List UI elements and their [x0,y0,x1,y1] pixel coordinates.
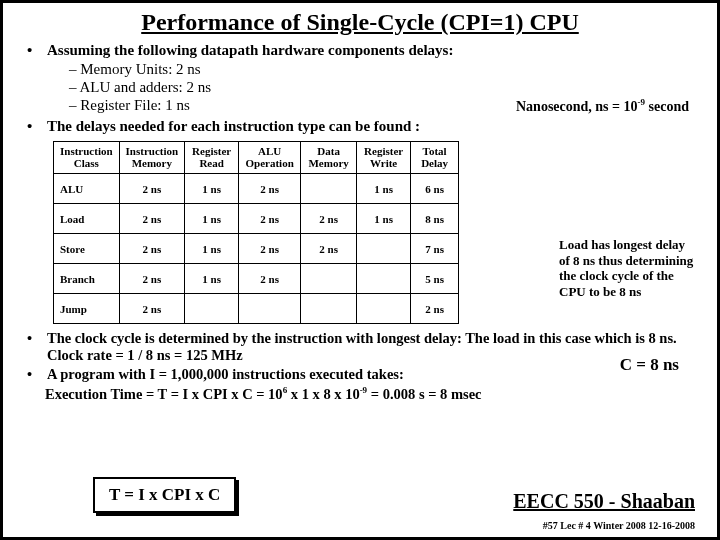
load-longest-note: Load has longest delay of 8 ns thus dete… [559,237,699,299]
page-title: Performance of Single-Cycle (CPI=1) CPU [19,9,701,36]
table-row: ALU2 ns1 ns2 ns1 ns6 ns [54,174,459,204]
nano-exp: -9 [638,97,646,107]
table-row: Branch2 ns1 ns2 ns5 ns [54,264,459,294]
slide: Performance of Single-Cycle (CPI=1) CPU … [0,0,720,540]
nano-post: second [645,99,689,114]
clock-cycle-eq: C = 8 ns [620,355,679,375]
bullet-text: Assuming the following datapath hardware… [47,42,453,59]
exec-post: = 0.008 s = 8 msec [367,386,481,402]
bullet-dot: • [27,366,47,383]
nano-pre: Nanosecond, ns = 10 [516,99,638,114]
nanosecond-note: Nanosecond, ns = 10-9 second [516,97,689,115]
table-row: Load2 ns1 ns2 ns2 ns1 ns8 ns [54,204,459,234]
bullet-delays: • The delays needed for each instruction… [27,118,701,135]
sub-memory: – Memory Units: 2 ns [69,61,701,78]
bullet-text: The clock cycle is determined by the ins… [47,330,701,364]
bullet-assumptions: • Assuming the following datapath hardwa… [27,42,701,59]
lower-block: • The clock cycle is determined by the i… [19,330,701,403]
course-label: EECC 550 - Shaaban [513,490,695,513]
exec-mid: x 1 x 8 x 10 [287,386,360,402]
exec-e2: -9 [360,385,368,395]
exec-pre: Execution Time = T = I x CPI x C = 10 [45,386,283,402]
bullet-dot: • [27,42,47,59]
table-row: Store2 ns1 ns2 ns2 ns7 ns [54,234,459,264]
table-header: InstructionClass InstructionMemory Regis… [54,142,459,174]
execution-time-line: Execution Time = T = I x CPI x C = 106 x… [45,385,701,403]
sub-alu: – ALU and adders: 2 ns [69,79,701,96]
bullet-dot: • [27,118,47,135]
bullet-text: The delays needed for each instruction t… [47,118,420,135]
bullet-program: • A program with I = 1,000,000 instructi… [27,366,701,383]
delay-table: InstructionClass InstructionMemory Regis… [53,141,459,324]
bullet-clock: • The clock cycle is determined by the i… [27,330,701,364]
slide-footer: #57 Lec # 4 Winter 2008 12-16-2008 [543,520,695,531]
formula-box: T = I x CPI x C [93,477,236,513]
table-row: Jump2 ns2 ns [54,294,459,324]
bullet-text: A program with I = 1,000,000 instruction… [47,366,404,383]
bullet-dot: • [27,330,47,347]
